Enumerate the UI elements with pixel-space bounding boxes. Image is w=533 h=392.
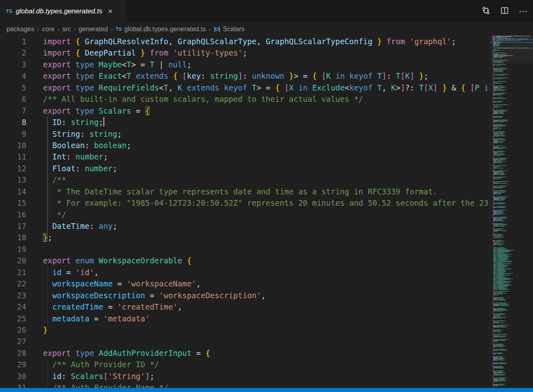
code-text: Int: number;	[26, 151, 108, 162]
code-text: * For example: "1985-04-12T23:20:50.52Z"…	[26, 197, 488, 209]
code-line[interactable]: 28export type AddAuthProviderInput = {	[0, 347, 490, 359]
typescript-file-icon: TS	[6, 8, 13, 14]
code-line[interactable]: 16 */	[0, 209, 490, 220]
code-line[interactable]: 21 id = 'id',	[0, 267, 490, 278]
code-line[interactable]: 23 workspaceDescription = 'workspaceDesc…	[0, 290, 490, 301]
code-line[interactable]: 7export type Scalars = {	[0, 105, 490, 116]
breadcrumb-generated[interactable]: generated	[79, 26, 108, 33]
breadcrumb-core[interactable]: core	[42, 26, 55, 33]
line-number: 3	[0, 59, 26, 70]
line-number: 28	[0, 347, 26, 359]
code-line[interactable]: 18};	[0, 232, 490, 243]
breadcrumb-packages[interactable]: packages	[6, 26, 34, 33]
breadcrumb-file-label: global.db.types.generated.ts	[124, 26, 206, 33]
code-line[interactable]: 17 DateTime: any;	[0, 220, 490, 232]
line-number: 2	[0, 47, 26, 58]
code-line[interactable]: 9 String: string;	[0, 128, 490, 140]
close-tab-icon[interactable]: ×	[108, 7, 112, 15]
code-text: workspaceDescription = 'workspaceDescrip…	[26, 290, 266, 301]
line-number: 21	[0, 267, 26, 278]
code-text: export enum WorkspaceOrderable {	[26, 255, 191, 266]
line-number: 30	[0, 370, 26, 382]
code-text	[26, 336, 43, 347]
code-line[interactable]: 13 /**	[0, 174, 490, 185]
open-changes-button[interactable]	[479, 5, 492, 18]
code-line[interactable]: 30 id: Scalars['String'];	[0, 370, 490, 382]
line-number: 12	[0, 163, 26, 174]
line-number: 24	[0, 301, 26, 312]
line-number: 7	[0, 105, 26, 116]
line-number: 15	[0, 197, 26, 209]
code-text: export type RequireFields<T, K extends k…	[26, 82, 489, 93]
breadcrumb-src[interactable]: src	[62, 26, 71, 33]
code-line[interactable]: 4export type Exact<T extends { [key: str…	[0, 70, 490, 82]
line-number: 19	[0, 243, 26, 255]
code-line[interactable]: 12 Float: number;	[0, 163, 490, 174]
code-text	[26, 243, 43, 255]
status-bar[interactable]	[0, 388, 533, 392]
more-actions-button[interactable]: ⋯	[517, 5, 530, 18]
code-text: ID: string;	[26, 116, 104, 128]
code-line[interactable]: 1import { GraphQLResolveInfo, GraphQLSca…	[0, 36, 490, 47]
line-number: 26	[0, 324, 26, 336]
code-line[interactable]: 11 Int: number;	[0, 151, 490, 162]
code-line[interactable]: 14 * The DateTime scalar type represents…	[0, 186, 490, 197]
editor-actions: ⋯	[479, 0, 530, 22]
line-number: 8	[0, 116, 26, 128]
code-line[interactable]: 10 Boolean: boolean;	[0, 140, 490, 151]
code-text: export type Scalars = {	[26, 105, 150, 116]
code-line[interactable]: 15 * For example: "1985-04-12T23:20:50.5…	[0, 197, 490, 209]
code-text: export type AddAuthProviderInput = {	[26, 347, 210, 359]
code-line[interactable]: 22 workspaceName = 'workspaceName',	[0, 278, 490, 289]
code-line[interactable]: 29 /** Auth Provider ID */	[0, 359, 490, 370]
code-text: workspaceName = 'workspaceName',	[26, 278, 201, 289]
code-text: export type Maybe<T> = T | null;	[26, 59, 191, 70]
line-number: 27	[0, 336, 26, 347]
minimap[interactable]	[490, 36, 533, 392]
code-line[interactable]: 27	[0, 336, 490, 347]
code-line[interactable]: 20export enum WorkspaceOrderable {	[0, 255, 490, 266]
code-line[interactable]: 2import { DeepPartial } from 'utility-ty…	[0, 47, 490, 58]
code-text: }	[26, 324, 47, 336]
breadcrumb-symbol-scalars[interactable]: Scalars	[213, 26, 244, 33]
code-line[interactable]: 19	[0, 243, 490, 255]
breadcrumb-file[interactable]: TS global.db.types.generated.ts	[116, 26, 206, 33]
code-text: String: string;	[26, 128, 122, 140]
line-number: 13	[0, 174, 26, 185]
tab-title: global.db.types.generated.ts	[16, 7, 103, 15]
line-number: 4	[0, 70, 26, 82]
code-line[interactable]: 5export type RequireFields<T, K extends …	[0, 82, 490, 93]
code-text: Boolean: boolean;	[26, 140, 131, 151]
code-text: id = 'id',	[26, 267, 99, 278]
code-line[interactable]: 8 ID: string;	[0, 116, 490, 128]
tab-global-db-types-generated[interactable]: TS global.db.types.generated.ts ×	[0, 0, 126, 22]
code-text: import { DeepPartial } from 'utility-typ…	[26, 47, 247, 58]
code-line[interactable]: 26}	[0, 324, 490, 336]
line-number: 25	[0, 313, 26, 324]
tab-bar: TS global.db.types.generated.ts ×	[0, 0, 533, 22]
line-number: 5	[0, 82, 26, 93]
vscode-window: TS global.db.types.generated.ts ×	[0, 0, 533, 392]
line-number: 18	[0, 232, 26, 243]
ts-file-icon: TS	[116, 26, 122, 32]
chevron-right-icon: ›	[58, 26, 60, 32]
code-text: import { GraphQLResolveInfo, GraphQLScal…	[26, 36, 456, 47]
code-text: DateTime: any;	[26, 220, 117, 232]
code-text: /**	[26, 174, 66, 185]
code-line[interactable]: 25 metadata = 'metadata'	[0, 313, 490, 324]
code-text: id: Scalars['String'];	[26, 370, 155, 382]
line-number: 17	[0, 220, 26, 232]
symbol-type-icon	[213, 26, 221, 33]
code-line[interactable]: 6/** All built-in and custom scalars, ma…	[0, 93, 490, 105]
code-line[interactable]: 24 createdTime = 'createdTime',	[0, 301, 490, 312]
git-compare-icon	[481, 6, 490, 17]
line-number: 1	[0, 36, 26, 47]
code-editor[interactable]: 1import { GraphQLResolveInfo, GraphQLSca…	[0, 36, 490, 392]
chevron-right-icon: ›	[37, 26, 39, 32]
chevron-right-icon: ›	[208, 26, 211, 32]
split-editor-button[interactable]	[498, 5, 511, 18]
code-text: createdTime = 'createdTime',	[26, 301, 182, 312]
code-text: * The DateTime scalar type represents da…	[26, 186, 437, 197]
code-line[interactable]: 3export type Maybe<T> = T | null;	[0, 59, 490, 70]
breadcrumb-symbol-label: Scalars	[223, 26, 244, 33]
